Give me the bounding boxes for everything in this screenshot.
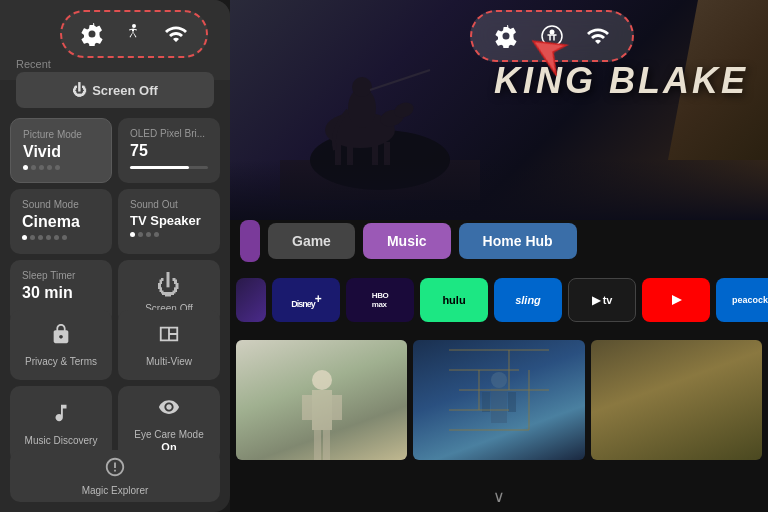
settings-panel: Recent ⏻ Screen Off Picture Mode Vivid O… (0, 0, 230, 512)
music-tab[interactable]: Music (363, 223, 451, 259)
thumbnail-3-maze (591, 340, 762, 460)
partial-tab (240, 220, 260, 262)
settings-pill-left (60, 10, 208, 58)
dot (22, 235, 27, 240)
oled-slider (130, 166, 208, 169)
wifi-icon-center[interactable] (584, 22, 612, 50)
hero-fade (230, 160, 768, 220)
oled-label: OLED Pixel Bri... (130, 128, 208, 139)
youtube-icon[interactable] (642, 278, 710, 322)
magic-explorer-label: Magic Explorer (82, 485, 149, 496)
svg-point-10 (352, 77, 372, 97)
thumbnail-3[interactable] (591, 340, 762, 460)
home-hub-tab[interactable]: Home Hub (459, 223, 577, 259)
svg-marker-35 (533, 31, 575, 79)
gear-icon-left[interactable] (78, 20, 106, 48)
power-icon: ⏻ (72, 82, 86, 98)
dot (23, 165, 28, 170)
sound-out-card[interactable]: Sound Out TV Speaker (118, 189, 220, 254)
sound-mode-card[interactable]: Sound Mode Cinema (10, 189, 112, 254)
sound-mode-label: Sound Mode (22, 199, 100, 210)
sleep-value: 30 min (22, 284, 100, 302)
dot (55, 165, 60, 170)
picture-mode-label: Picture Mode (23, 129, 99, 140)
scroll-indicator[interactable]: ∨ (493, 487, 505, 506)
screen-off-button[interactable]: ⏻ Screen Off (16, 72, 214, 108)
peacock-icon[interactable]: peacock (716, 278, 768, 322)
sound-out-dots (130, 232, 208, 237)
recent-label: Recent (16, 58, 51, 70)
privacy-label: Privacy & Terms (25, 355, 97, 368)
sound-out-value: TV Speaker (130, 213, 208, 228)
eye-care-label: Eye Care Mode (134, 428, 203, 441)
app-row: Disney+ HBOmax hulu sling ▶ tv peacock p… (230, 278, 768, 322)
music-label: Music Discovery (25, 434, 98, 447)
dot (31, 165, 36, 170)
picture-mode-dots (23, 165, 99, 170)
dot (54, 235, 59, 240)
picture-mode-card[interactable]: Picture Mode Vivid (10, 118, 112, 183)
multi-view-item[interactable]: Multi-View (118, 310, 220, 380)
dot (46, 235, 51, 240)
oled-brightness-card[interactable]: OLED Pixel Bri... 75 (118, 118, 220, 183)
sound-mode-dots (22, 235, 100, 240)
content-thumbnails (230, 340, 768, 460)
dot (39, 165, 44, 170)
gear-icon-center[interactable] (492, 22, 520, 50)
category-tabs: Game Music Home Hub (230, 220, 768, 262)
hulu-icon[interactable]: hulu (420, 278, 488, 322)
dot (38, 235, 43, 240)
dot (62, 235, 67, 240)
youtube-logo (658, 288, 694, 312)
screen-off-label: Screen Off (92, 83, 158, 98)
dot (30, 235, 35, 240)
dot (138, 232, 143, 237)
dot (47, 165, 52, 170)
svg-line-11 (370, 70, 430, 90)
sleep-label: Sleep Timer (22, 270, 100, 281)
dot (130, 232, 135, 237)
apple-tv-icon[interactable]: ▶ tv (568, 278, 636, 322)
slider-fill (130, 166, 189, 169)
accessibility-icon-left[interactable] (120, 20, 148, 48)
hero-title: KING BLAKE (494, 60, 748, 102)
lock-icon (50, 323, 72, 351)
magic-explorer-icon (104, 456, 126, 483)
multi-view-icon (158, 323, 180, 351)
sling-icon[interactable]: sling (494, 278, 562, 322)
dot (154, 232, 159, 237)
privacy-terms-item[interactable]: Privacy & Terms (10, 310, 112, 380)
bottom-grid: Privacy & Terms Multi-View Music Discove… (10, 310, 220, 463)
multi-view-label: Multi-View (146, 355, 192, 368)
tv-screen: KING BLAKE Game Music Home Hub Disney+ H… (230, 0, 768, 512)
eye-care-icon (158, 396, 180, 424)
dot (146, 232, 151, 237)
music-icon (50, 402, 72, 430)
oled-value: 75 (130, 142, 208, 160)
magic-explorer-item[interactable]: Magic Explorer (10, 450, 220, 502)
settings-grid: Picture Mode Vivid OLED Pixel Bri... 75 … (10, 118, 220, 325)
partial-app-icon (236, 278, 266, 322)
sound-mode-value: Cinema (22, 213, 100, 231)
screen-off-icon-small: ⏻ (157, 271, 181, 299)
game-tab[interactable]: Game (268, 223, 355, 259)
hbo-max-icon[interactable]: HBOmax (346, 278, 414, 322)
sound-out-label: Sound Out (130, 199, 208, 210)
disney-plus-icon[interactable]: Disney+ (272, 278, 340, 322)
wifi-icon-left[interactable] (162, 20, 190, 48)
picture-mode-value: Vivid (23, 143, 99, 161)
